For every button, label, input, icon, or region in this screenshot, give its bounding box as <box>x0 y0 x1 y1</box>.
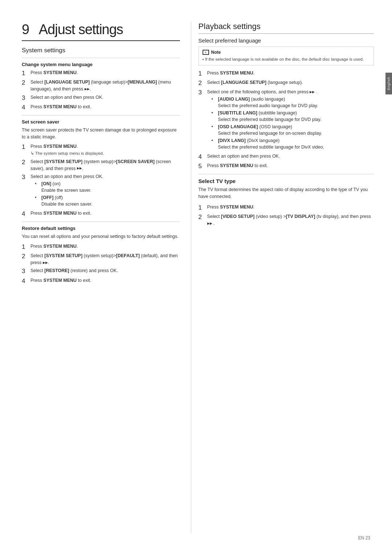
chapter-number: 9 <box>22 22 29 37</box>
left-column: 9 Adjust settings System settings Change… <box>22 22 191 533</box>
bullet-item: • [AUDIO LANG] (audio language)Select th… <box>212 96 374 109</box>
step-item: 4 Press SYSTEM MENU to exit. <box>22 277 180 285</box>
step-item: 1 Press SYSTEM MENU. <box>22 69 180 77</box>
step-item: 4 Press SYSTEM MENU to exit. <box>22 104 180 112</box>
restore-desc: You can reset all options and your perso… <box>22 233 180 240</box>
step-item: 1 Press SYSTEM MENU. <box>22 243 180 251</box>
tv-type-heading: Select TV type <box>199 178 374 184</box>
tv-type-divider <box>199 174 374 174</box>
screen-saver-options: • [ON] (on)Enable the screen saver. • [O… <box>35 181 180 207</box>
step-item: 2 Select [SYSTEM SETUP] (system setup)>[… <box>22 252 180 266</box>
step-item: 1 Press SYSTEM MENU. <box>199 204 374 212</box>
system-divider <box>22 58 180 58</box>
step-item: 5 Press SYSTEM MENU to exit. <box>199 162 374 170</box>
chapter-heading: 9 Adjust settings <box>22 22 180 37</box>
note-body: • If the selected language is not availa… <box>203 56 370 62</box>
note-box: ≡ Note • If the selected language is not… <box>199 46 374 65</box>
bullet-item: • [ON] (on)Enable the screen saver. <box>35 181 180 194</box>
step-item: 3 Select an option and then press OK. • … <box>22 173 180 208</box>
note-header: ≡ Note <box>203 50 370 55</box>
bullet-item: • [DIVX LANG] (DivX language)Select the … <box>212 138 374 150</box>
select-language-heading: Select preferred language <box>199 37 374 44</box>
step-item: 3 Select an option and then press OK. <box>22 94 180 102</box>
step-item: 3 Select [RESTORE] (restore) and press O… <box>22 267 180 275</box>
screen-saver-heading: Set screen saver <box>22 119 180 125</box>
restore-heading: Restore default settings <box>22 226 180 231</box>
step-item: 1 Press SYSTEM MENU. ↳ The system setup … <box>22 143 180 157</box>
note-icon: ≡ <box>203 50 209 55</box>
section-divider <box>22 115 180 116</box>
step-item: 2 Select [SYSTEM SETUP] (system setup)>[… <box>22 158 180 172</box>
section-divider <box>22 222 180 222</box>
step-item: 2 Select [LANGUAGE SETUP] (language setu… <box>199 79 374 87</box>
playback-divider <box>199 33 374 34</box>
note-label: Note <box>211 50 221 55</box>
step-item: 2 Select [VIDEO SETUP] (video setup) >[T… <box>199 213 374 227</box>
step-item: 4 Press SYSTEM MENU to exit. <box>22 210 180 218</box>
bullet-item: • [OFF] (off)Disable the screen saver. <box>35 195 180 207</box>
bullet-item: • [SUBTITLE LANG] (subtitile language)Se… <box>212 110 374 123</box>
page-footer: EN 23 <box>358 535 370 540</box>
screen-saver-desc: The screen saver protects the TV screen … <box>22 127 180 141</box>
playback-heading: Playback settings <box>199 22 374 31</box>
step-item: 2 Select [LANGUAGE SETUP] (language setu… <box>22 79 180 93</box>
language-options: • [AUDIO LANG] (audio language)Select th… <box>212 96 374 150</box>
change-language-steps: 1 Press SYSTEM MENU. 2 Select [LANGUAGE … <box>22 69 180 112</box>
system-settings-heading: System settings <box>22 47 180 54</box>
change-language-heading: Change system menu language <box>22 62 180 67</box>
language-steps: 1 Press SYSTEM MENU. 2 Select [LANGUAGE … <box>199 70 374 170</box>
right-column: Playback settings Select preferred langu… <box>191 22 374 533</box>
chapter-divider <box>22 40 180 41</box>
screen-saver-steps: 1 Press SYSTEM MENU. ↳ The system setup … <box>22 143 180 218</box>
tv-type-steps: 1 Press SYSTEM MENU. 2 Select [VIDEO SET… <box>199 204 374 227</box>
step-item: 3 Select one of the following options, a… <box>199 89 374 151</box>
tv-type-desc: The TV format determines the aspect rati… <box>199 186 374 200</box>
chapter-title: Adjust settings <box>39 22 123 37</box>
step-item: 1 Press SYSTEM MENU. <box>199 70 374 78</box>
restore-steps: 1 Press SYSTEM MENU. 2 Select [SYSTEM SE… <box>22 243 180 285</box>
step-item: 4 Select an option and then press OK. <box>199 153 374 161</box>
language-side-tab: English <box>385 73 392 94</box>
bullet-item: • [OSD LANGUAGE] (OSD language)Select th… <box>212 124 374 137</box>
